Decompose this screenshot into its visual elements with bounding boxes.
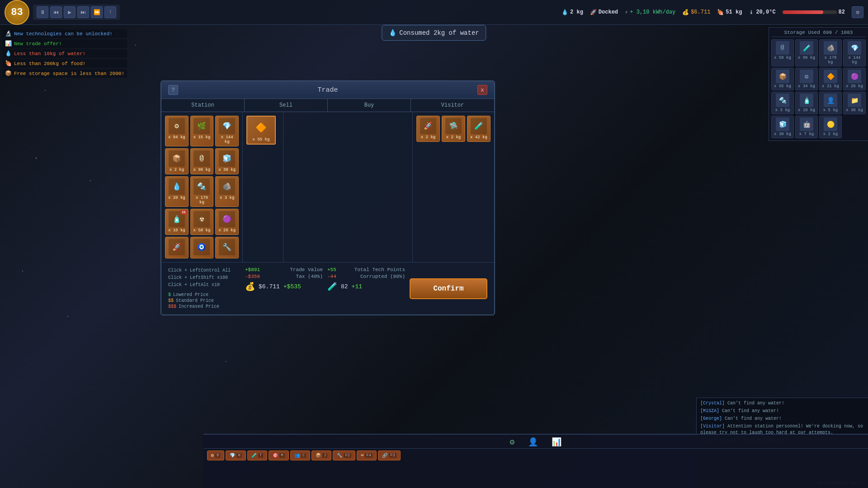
lab-icon: 🧪 xyxy=(251,453,257,458)
station-item-8[interactable]: 🪨 x 3 kg xyxy=(215,176,239,207)
station-item-9[interactable]: 🧴 x 10 kg $$ xyxy=(165,209,189,235)
trade-content: ⚙ x 94 kg 🌿 x 15 kg 💎 x 144 kg 📦 x 2 kg … xyxy=(161,112,494,262)
tooltip-bubble: Consumed 2kg of water xyxy=(382,25,486,41)
sell-item-0[interactable]: 🔶 x 55 kg xyxy=(246,116,276,145)
bottom-settings-icon[interactable]: ⚙ xyxy=(510,437,515,447)
bottom-btn-lab[interactable]: 🧪 T xyxy=(247,450,267,460)
tab-sell[interactable]: Sell xyxy=(245,99,328,112)
station-item-3[interactable]: 📦 x 2 kg xyxy=(165,148,189,174)
play-button[interactable]: ▶ xyxy=(64,6,75,18)
storage-icon: 📦 xyxy=(5,70,12,77)
chat-line-1: [MiSZA] Can't find any water! xyxy=(700,408,864,414)
tab-station[interactable]: Station xyxy=(161,99,245,112)
water-stat: 💧 2 kg xyxy=(561,6,583,18)
step-back-button[interactable]: ⏮ xyxy=(50,6,62,18)
storage-item-3[interactable]: 💎 x 144 kg xyxy=(843,39,866,66)
storage-item-2[interactable]: 🪨 x 178 kg xyxy=(819,39,842,66)
close-button[interactable]: x xyxy=(477,85,487,95)
bottom-btn-gems[interactable]: 💎 N xyxy=(226,450,245,460)
energy-stat: ⚡ + 3,10 kWh/day xyxy=(625,6,675,18)
item-icon-4: 🛢 xyxy=(193,150,210,167)
item-icon-0: ⚙ xyxy=(169,118,185,134)
station-item-7[interactable]: 🔩 x 179 kg xyxy=(190,176,214,207)
station-item-1[interactable]: 🌿 x 15 kg xyxy=(190,116,214,146)
station-items-grid: ⚙ x 94 kg 🌿 x 15 kg 💎 x 144 kg 📦 x 2 kg … xyxy=(165,116,239,258)
storage-icon-4: 📦 xyxy=(776,70,789,83)
price-legend: $ Lowered Price $$ Standard Price $$$ In… xyxy=(168,292,241,309)
storage-item-10[interactable]: 👤 x 5 kg xyxy=(819,92,842,114)
storage-item-6[interactable]: 🔶 x 21 kg xyxy=(819,68,842,90)
storage-item-5[interactable]: ⚙ x 34 kg xyxy=(795,68,818,90)
hud-controls: ⏸ ⏮ ▶ ⏭ ⏩ ↑ xyxy=(33,5,120,20)
trade-total: 💰 $6.711 +$535 xyxy=(245,282,323,291)
bottom-btn-f4[interactable]: ⌨ F4 xyxy=(357,450,377,460)
help-button[interactable]: ? xyxy=(168,85,178,95)
storage-item-8[interactable]: 🔩 x 3 kg xyxy=(771,92,794,114)
settings-button[interactable]: ⚙ xyxy=(852,6,863,18)
storage-grid: 🛢 x 58 kg 🧪 x 96 kg 🪨 x 178 kg 💎 x 144 k… xyxy=(771,39,866,138)
storage-item-0[interactable]: 🛢 x 58 kg xyxy=(771,39,794,66)
storage-item-13[interactable]: 🤖 x 7 kg xyxy=(795,116,818,138)
item-icon-8: 🪨 xyxy=(219,178,235,195)
station-item-5[interactable]: 🧊 x 30 kg xyxy=(215,148,239,174)
station-section: ⚙ x 94 kg 🌿 x 15 kg 💎 x 144 kg 📦 x 2 kg … xyxy=(161,112,243,262)
notifications-panel: 🔬 New technologies can be unlocked! 📊 Ne… xyxy=(2,29,127,78)
hp-bar-fill xyxy=(783,10,823,14)
fast-button[interactable]: ⏭ xyxy=(77,6,89,18)
bottom-btn-f3[interactable]: 🔗 F3 xyxy=(378,450,401,460)
bottom-btn-build[interactable]: ⚙ B xyxy=(207,450,224,460)
storage-title: Storage Used 699 / 1083 xyxy=(771,30,866,37)
storage-icon-3: 💎 xyxy=(848,41,861,55)
station-item-10[interactable]: ☢ x 58 kg xyxy=(190,209,214,235)
item-icon-3: 📦 xyxy=(169,150,185,167)
hp-stat: 82 xyxy=(783,6,845,18)
station-item-11[interactable]: 🟣 x 26 kg xyxy=(215,209,239,235)
bottom-btn-storage[interactable]: 📦 J xyxy=(311,450,331,460)
visitor-section: 🚀 x 2 kg 🛸 x 2 kg 🧪 x 42 kg xyxy=(413,112,494,262)
pause-button[interactable]: ⏸ xyxy=(37,6,48,18)
modal-title: Trade xyxy=(178,86,477,94)
arrow-button[interactable]: ↑ xyxy=(104,6,116,18)
bottom-person-icon[interactable]: 👤 xyxy=(528,437,538,447)
chat-line-0: [Crystal] Can't find any water! xyxy=(700,400,864,407)
storage-icon-8: 🔩 xyxy=(776,94,789,107)
bottom-btn-crew[interactable]: 👥 C xyxy=(290,450,310,460)
station-item-14[interactable]: 🔧 xyxy=(215,237,239,258)
confirm-button[interactable]: Confirm xyxy=(410,278,487,299)
f4-icon: ⌨ xyxy=(361,453,363,458)
storage-item-1[interactable]: 🧪 x 96 kg xyxy=(795,39,818,66)
visitor-item-0[interactable]: 🚀 x 2 kg xyxy=(416,116,440,142)
storage-item-12[interactable]: 🧊 x 30 kg xyxy=(771,116,794,138)
bottom-hud-inner: ⚙ 👤 📊 ⚙ B 💎 N 🧪 T 🎯 M 👥 C xyxy=(203,435,868,488)
bottom-btn-map[interactable]: 🎯 M xyxy=(269,450,288,460)
storage-icon-10: 👤 xyxy=(824,94,837,107)
temp-stat: 🌡 20,0°C xyxy=(749,6,775,18)
trade-icon: 📊 xyxy=(5,40,12,47)
station-item-13[interactable]: 🧿 xyxy=(190,237,214,258)
trade-tabs: Station Sell Buy Visitor xyxy=(161,99,494,112)
dock-stat: 🚀 Docked xyxy=(590,6,618,18)
bottom-chart-icon[interactable]: 📊 xyxy=(552,437,561,447)
bottom-btn-f2[interactable]: 🔧 F2 xyxy=(333,450,355,460)
station-item-0[interactable]: ⚙ x 94 kg xyxy=(165,116,189,146)
storage-item-9[interactable]: 🧴 x 10 kg xyxy=(795,92,818,114)
chat-line-2: [George] Can't find any water! xyxy=(700,416,864,422)
tab-buy[interactable]: Buy xyxy=(328,99,411,112)
item-icon-5: 🧊 xyxy=(219,150,235,167)
trade-modal: ? Trade x Station Sell Buy Visitor ⚙ x 9… xyxy=(160,80,495,315)
storage-item-7[interactable]: 🟣 x 26 kg xyxy=(843,68,866,90)
visitor-item-2[interactable]: 🧪 x 42 kg xyxy=(467,116,491,142)
item-icon-11: 🟣 xyxy=(219,211,235,227)
storage-item-14[interactable]: 🟡 x 2 kg xyxy=(819,116,842,138)
station-item-4[interactable]: 🛢 x 96 kg xyxy=(190,148,214,174)
station-item-2[interactable]: 💎 x 144 kg xyxy=(215,116,239,146)
tab-visitor[interactable]: Visitor xyxy=(411,99,494,112)
station-item-6[interactable]: 💧 x 20 kg xyxy=(165,176,189,207)
bottom-buttons-row: ⚙ B 💎 N 🧪 T 🎯 M 👥 C 📦 J xyxy=(203,449,868,462)
fastest-button[interactable]: ⏩ xyxy=(91,6,103,18)
storage-item-4[interactable]: 📦 x 55 kg xyxy=(771,68,794,90)
visitor-item-1[interactable]: 🛸 x 2 kg xyxy=(442,116,465,142)
station-item-12[interactable]: 🚀 xyxy=(165,237,189,258)
storage-item-11[interactable]: 📁 x 30 kg xyxy=(843,92,866,114)
storage-icon-9: 🧴 xyxy=(800,94,813,107)
